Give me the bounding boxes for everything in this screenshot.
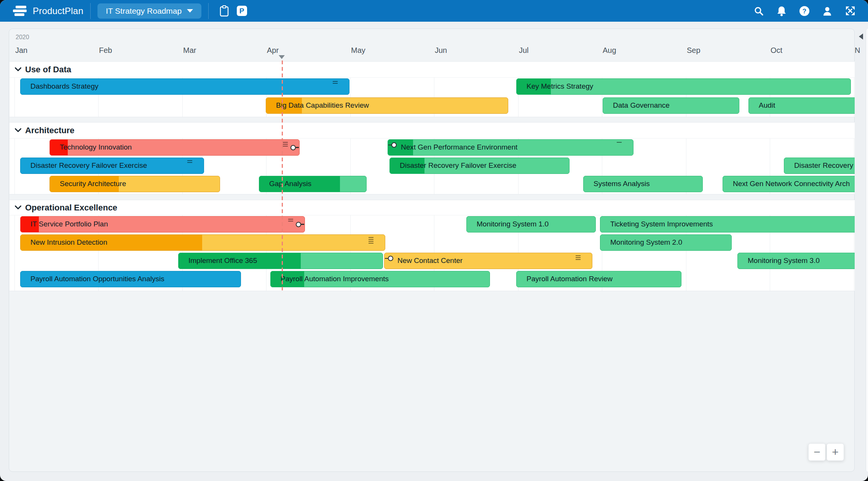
bar-security-architecture[interactable]: Security Architecture [49,176,220,192]
roadmap-panel: 2020 JanFebMarAprMayJunJulAugSepOctN Use… [9,29,855,472]
search-icon [754,6,764,16]
month-label-sep: Sep [687,46,700,55]
drag-grip-icon[interactable] [369,237,373,244]
bar-label: IT Service Portfolio Plan [21,217,305,232]
roadmap-title: IT Strategy Roadmap [106,6,182,16]
clipboard-icon [220,5,229,17]
milestone-icon[interactable] [385,256,393,261]
section-header-use-of-data[interactable]: Use of Data [10,62,855,78]
section-header-operational-excellence[interactable]: Operational Excellence [10,200,855,215]
timeline-year: 2020 [16,34,29,41]
app-window: ProductPlan IT Strategy Roadmap P [0,0,868,481]
gridline [14,215,15,291]
section-title: Use of Data [25,65,71,75]
help-icon: ? [799,6,810,16]
chevron-down-icon[interactable] [15,66,21,73]
bar-label: New Intrusion Detection [21,235,385,250]
bell-icon [777,6,787,16]
milestone-icon[interactable] [290,145,299,150]
bar-disaster-recovery[interactable]: Disaster Recovery [784,158,855,174]
section-title: Architecture [25,126,75,135]
drag-grip-icon[interactable] [617,142,622,143]
bar-label: Ticketing System Improvements [600,217,855,232]
bar-monitoring-system-2-0[interactable]: Monitoring System 2.0 [600,234,732,251]
gridline [14,139,15,194]
bar-label: Disaster Recovery Failover Exercise [390,158,569,173]
help-button[interactable]: ? [796,2,813,20]
drag-grip-icon[interactable] [288,219,293,221]
notifications-button[interactable] [773,2,790,20]
bar-label: Disaster Recovery Failover Exercise [21,158,204,173]
chevron-down-icon[interactable] [15,204,21,211]
collapsed-side-strip [866,29,868,472]
section-header-architecture[interactable]: Architecture [10,123,855,139]
bar-systems-analysis[interactable]: Systems Analysis [583,176,703,192]
milestone-icon[interactable] [388,142,397,148]
expand-icon [845,6,855,16]
section-use-of-data: Use of DataDashboards StrategyKey Metric… [10,61,855,117]
today-line [282,61,283,290]
account-button[interactable] [819,2,836,20]
search-button[interactable] [750,2,767,20]
zoom-in-button[interactable]: + [827,443,844,461]
bar-next-gen-performance-environment[interactable]: Next Gen Performance Environment [388,139,633,156]
month-label-aug: Aug [603,46,616,55]
roadmap-switcher-dropdown[interactable]: IT Strategy Roadmap [97,3,201,19]
collapse-sidebar-icon[interactable] [859,33,863,40]
bar-payroll-automation-improvements[interactable]: Payroll Automation Improvements [270,271,490,287]
bar-label: Audit [749,98,855,113]
clipboard-button[interactable] [215,2,233,20]
bar-monitoring-system-3-0[interactable]: Monitoring System 3.0 [737,253,855,269]
bar-new-contact-center[interactable]: New Contact Center [384,253,592,269]
bar-label: Technology Innovation [50,140,299,155]
month-label-may: May [351,46,365,55]
parking-icon: P [237,6,247,16]
drag-grip-icon[interactable] [187,160,192,163]
bar-label: Monitoring System 1.0 [467,217,595,232]
bar-gap-analysis[interactable]: Gap Analysis [259,176,367,192]
month-label-jul: Jul [519,46,529,55]
bar-audit[interactable]: Audit [748,97,855,114]
bar-monitoring-system-1-0[interactable]: Monitoring System 1.0 [466,216,596,233]
bar-ticketing-system-improvements[interactable]: Ticketing System Improvements [600,216,855,233]
bar-technology-innovation[interactable]: Technology Innovation [49,139,300,156]
bar-dashboards-strategy[interactable]: Dashboards Strategy [20,78,349,95]
fullscreen-button[interactable] [841,2,859,20]
bar-key-metrics-strategy[interactable]: Key Metrics Strategy [516,78,851,95]
zoom-controls: − + [808,443,844,461]
bar-payroll-automation-opportunities-analysis[interactable]: Payroll Automation Opportunities Analysi… [20,271,241,287]
bar-label: Key Metrics Strategy [517,79,850,94]
bar-payroll-automation-review[interactable]: Payroll Automation Review [516,271,681,287]
drag-grip-icon[interactable] [576,255,581,260]
bar-label: Data Governance [603,98,739,113]
bar-label: Next Gen Performance Environment [388,140,633,155]
bar-next-gen-network-connectivity-arch[interactable]: Next Gen Network Connectivity Arch [723,176,855,192]
bar-it-service-portfolio-plan[interactable]: IT Service Portfolio Plan [20,216,305,233]
parked-ideas-button[interactable]: P [233,2,251,20]
chevron-down-icon[interactable] [15,127,21,134]
milestone-icon[interactable] [296,222,304,227]
drag-grip-icon[interactable] [283,142,288,147]
bar-disaster-recovery-failover-exercise[interactable]: Disaster Recovery Failover Exercise [389,158,570,174]
brand: ProductPlan [13,5,83,17]
bar-label: Payroll Automation Review [517,271,681,287]
bar-label: Implement Office 365 [179,253,383,268]
productplan-logo-icon [13,5,27,17]
bar-label: New Contact Center [385,253,592,268]
month-label-mar: Mar [183,46,196,55]
zoom-out-button[interactable]: − [808,443,826,461]
bar-new-intrusion-detection[interactable]: New Intrusion Detection [20,234,385,251]
svg-text:?: ? [803,8,806,15]
divider [208,3,209,19]
bar-label: Big Data Capabilities Review [266,98,508,113]
bar-big-data-capabilities-review[interactable]: Big Data Capabilities Review [266,97,508,114]
bar-disaster-recovery-failover-exercise[interactable]: Disaster Recovery Failover Exercise [20,158,204,174]
today-marker-icon[interactable] [279,55,285,59]
bar-data-governance[interactable]: Data Governance [603,97,739,114]
bar-label: Gap Analysis [259,176,366,191]
section-architecture: ArchitectureTechnology InnovationNext Ge… [10,122,855,194]
drag-grip-icon[interactable] [333,81,338,84]
bar-label: Monitoring System 2.0 [600,235,731,250]
gridline [14,78,15,117]
bar-implement-office-365[interactable]: Implement Office 365 [178,253,383,269]
